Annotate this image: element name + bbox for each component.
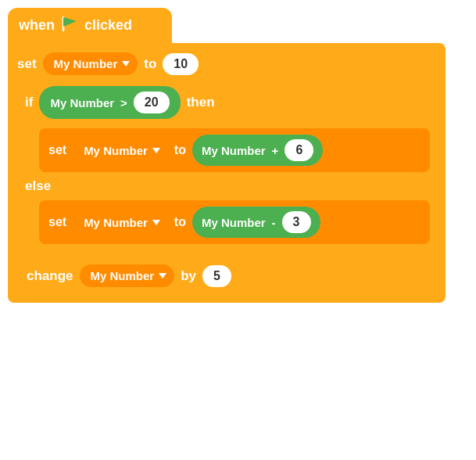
then-set-label: set <box>48 143 66 157</box>
change-var-name: My Number <box>91 269 155 282</box>
if-header: if My Number > 20 then <box>17 80 436 125</box>
then-inner: set My Number to My Number + 6 <box>17 125 436 175</box>
else-var-pill[interactable]: My Number <box>73 211 168 234</box>
set-block-1: set My Number to 10 <box>17 52 436 75</box>
blocks-container: when clicked set My Number to 10 <box>8 8 446 303</box>
svg-marker-1 <box>63 17 77 27</box>
then-math-var: My Number <box>202 144 266 157</box>
by-label: by <box>181 268 196 284</box>
else-to-label: to <box>174 215 186 229</box>
else-set-label: set <box>48 215 66 229</box>
else-var-name: My Number <box>84 216 148 229</box>
when-clicked-block[interactable]: when clicked <box>8 8 172 43</box>
else-set-block: set My Number to My Number - 3 <box>39 200 430 244</box>
dropdown-arrow-4 <box>159 273 166 279</box>
when-label: when <box>19 17 55 34</box>
flag-icon <box>61 16 78 35</box>
else-math-pill[interactable]: My Number - 3 <box>192 207 320 238</box>
else-math-op: - <box>272 216 276 229</box>
then-math-value[interactable]: 6 <box>285 139 313 161</box>
outer-block: set My Number to 10 if My Number > 20 <box>8 43 446 303</box>
if-label: if <box>25 95 33 110</box>
then-math-pill[interactable]: My Number + 6 <box>192 135 323 166</box>
dropdown-arrow-3 <box>152 220 160 225</box>
then-var-pill[interactable]: My Number <box>73 139 168 162</box>
value-oval-1[interactable]: 10 <box>163 53 199 75</box>
condition-value[interactable]: 20 <box>134 92 170 113</box>
else-inner: set My Number to My Number - 3 <box>17 197 436 250</box>
then-to-label: to <box>174 143 186 157</box>
set-label-1: set <box>17 56 37 72</box>
condition-pill[interactable]: My Number > 20 <box>39 86 180 119</box>
else-math-value[interactable]: 3 <box>282 211 311 233</box>
else-math-var: My Number <box>202 216 266 229</box>
clicked-label: clicked <box>84 17 132 34</box>
dropdown-arrow-2 <box>152 148 160 153</box>
then-math-op: + <box>272 144 279 157</box>
else-label: else <box>17 175 436 197</box>
change-label: change <box>27 268 73 284</box>
then-set-block: set My Number to My Number + 6 <box>39 128 430 172</box>
if-block: if My Number > 20 then set My Number <box>17 80 436 250</box>
change-var-pill[interactable]: My Number <box>80 264 175 287</box>
then-var-name: My Number <box>84 144 148 157</box>
change-block: change My Number by 5 <box>17 258 436 293</box>
dropdown-arrow-1 <box>122 61 130 66</box>
change-value-oval[interactable]: 5 <box>202 265 231 287</box>
condition-var: My Number <box>50 96 114 110</box>
to-label-1: to <box>144 56 156 72</box>
var-pill-1[interactable]: My Number <box>43 52 138 75</box>
then-label: then <box>187 95 215 110</box>
condition-operator: > <box>120 96 127 110</box>
var-name-1: My Number <box>54 57 118 70</box>
